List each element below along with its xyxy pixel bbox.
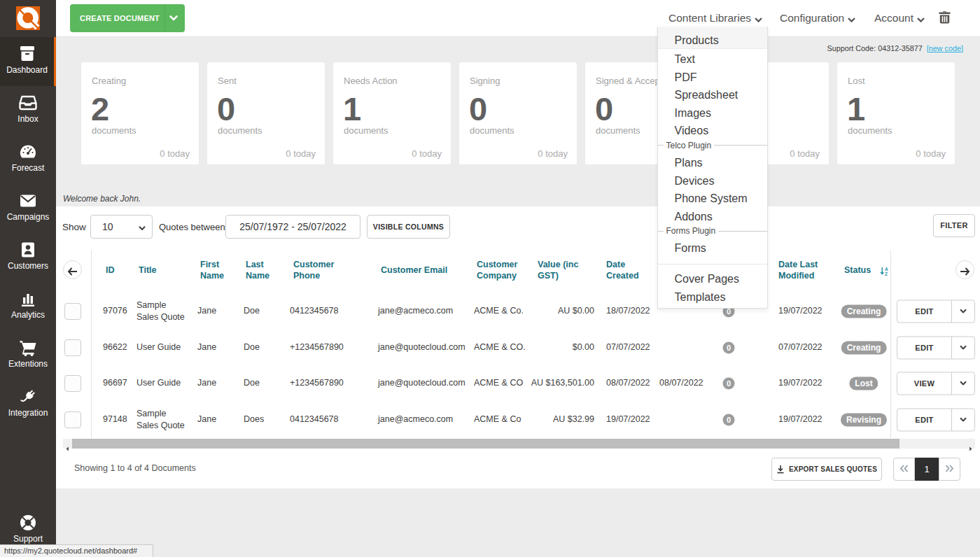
- svg-text:Z: Z: [885, 272, 888, 276]
